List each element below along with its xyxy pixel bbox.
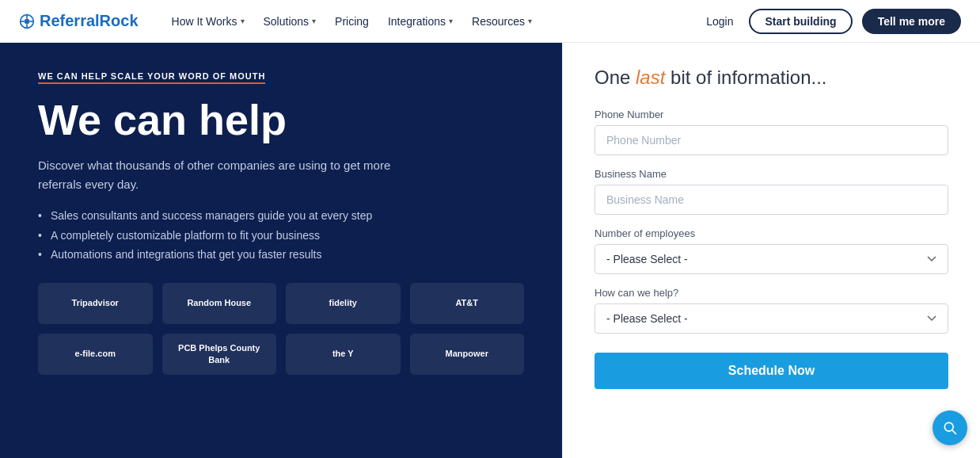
bullet-item: Sales consultants and success managers g…	[38, 207, 524, 224]
navbar: ReferralRock How It Works ▾ Solutions ▾ …	[0, 0, 980, 43]
phone-number-group: Phone Number	[594, 109, 948, 155]
bullet-item: A completely customizable platform to fi…	[38, 227, 524, 244]
tell-me-more-button[interactable]: Tell me more	[862, 9, 961, 34]
partner-logo-tripadvisor: Tripadvisor	[38, 283, 153, 324]
form-headline: One last bit of information...	[594, 65, 948, 90]
business-name-label: Business Name	[594, 168, 948, 180]
employees-label: Number of employees	[594, 227, 948, 239]
hero-description: Discover what thousands of other compani…	[38, 156, 434, 194]
logo-icon	[19, 13, 35, 29]
how-can-we-help-group: How can we help? - Please Select - Refer…	[594, 287, 948, 334]
search-icon	[942, 420, 958, 436]
partner-logo-ymca: the Y	[286, 334, 401, 375]
eyebrow-text: WE CAN HELP SCALE YOUR WORD OF MOUTH	[38, 71, 265, 84]
login-button[interactable]: Login	[700, 10, 739, 32]
nav-right: Login Start building Tell me more	[700, 9, 961, 34]
business-name-input[interactable]	[594, 185, 948, 215]
main-layout: WE CAN HELP SCALE YOUR WORD OF MOUTH We …	[0, 43, 980, 458]
employees-group: Number of employees - Please Select - 1-…	[594, 227, 948, 274]
nav-item-pricing[interactable]: Pricing	[327, 10, 377, 32]
partner-logo-manpower: Manpower	[410, 334, 525, 375]
business-name-group: Business Name	[594, 168, 948, 215]
chevron-down-icon: ▾	[449, 17, 453, 25]
start-building-button[interactable]: Start building	[749, 9, 852, 34]
bullet-list: Sales consultants and success managers g…	[38, 207, 524, 263]
employees-select[interactable]: - Please Select - 1-10 11-50 51-200 201-…	[594, 244, 948, 274]
partner-logo-att: AT&T	[410, 283, 525, 324]
form-panel: One last bit of information... Phone Num…	[562, 43, 980, 458]
partner-logo-pcb: PCB Phelps County Bank	[162, 334, 277, 375]
nav-item-how-it-works[interactable]: How It Works ▾	[164, 10, 253, 32]
chevron-down-icon: ▾	[528, 17, 532, 25]
phone-number-input[interactable]	[594, 125, 948, 155]
partner-logo-efile: e-file.com	[38, 334, 153, 375]
svg-point-1	[25, 18, 30, 24]
logo[interactable]: ReferralRock	[19, 12, 139, 30]
svg-line-7	[952, 430, 956, 434]
bullet-item: Automations and integrations that get yo…	[38, 246, 524, 263]
nav-item-solutions[interactable]: Solutions ▾	[256, 10, 325, 32]
how-can-we-help-label: How can we help?	[594, 287, 948, 299]
how-can-we-help-select[interactable]: - Please Select - Referral Program Affil…	[594, 303, 948, 334]
chevron-down-icon: ▾	[312, 17, 316, 25]
hero-title: We can help	[38, 97, 524, 143]
chevron-down-icon: ▾	[241, 17, 245, 25]
logos-grid: Tripadvisor Random House fidelity AT&T e…	[38, 283, 524, 375]
search-bubble-button[interactable]	[933, 410, 967, 445]
partner-logo-random-house: Random House	[162, 283, 277, 324]
nav-item-integrations[interactable]: Integrations ▾	[380, 10, 461, 32]
partner-logo-fidelity: fidelity	[286, 283, 401, 324]
phone-number-label: Phone Number	[594, 109, 948, 120]
schedule-now-button[interactable]: Schedule Now	[594, 353, 948, 389]
hero-panel: WE CAN HELP SCALE YOUR WORD OF MOUTH We …	[0, 43, 562, 458]
nav-item-resources[interactable]: Resources ▾	[464, 10, 540, 32]
nav-links: How It Works ▾ Solutions ▾ Pricing Integ…	[164, 10, 701, 32]
logo-text: ReferralRock	[40, 12, 139, 30]
